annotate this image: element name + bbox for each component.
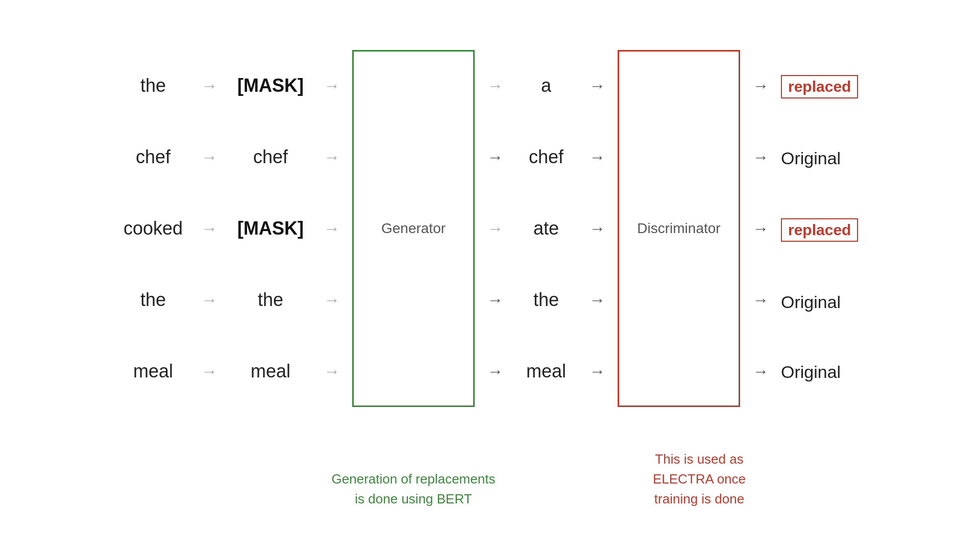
arrow-3-0: →: [487, 78, 503, 94]
arrow-4-3: →: [589, 292, 605, 308]
result-label-1: Original: [781, 148, 841, 168]
arrow-column-2: → → → → →: [311, 50, 352, 407]
main-diagram: the chef cooked the meal → → → → → [MASK…: [0, 0, 980, 559]
arrow-2-4: →: [324, 363, 340, 379]
arrow-column-3: → → → → →: [475, 50, 516, 407]
output-word-3: the: [533, 289, 559, 311]
diagram-inner: the chef cooked the meal → → → → → [MASK…: [117, 50, 863, 509]
arrow-column-5: → → → → →: [740, 50, 781, 407]
arrow-2-2: →: [324, 220, 340, 237]
arrow-4-1: →: [589, 149, 605, 165]
caption-generator: Generation of replacementsis done using …: [311, 469, 516, 509]
result-label-3: Original: [781, 292, 841, 312]
arrow-1-2: →: [201, 220, 217, 237]
discriminator-label: Discriminator: [637, 220, 720, 237]
arrow-3-2: →: [487, 220, 503, 237]
arrow-5-0: →: [752, 78, 769, 94]
arrow-5-1: →: [752, 149, 769, 165]
arrow-4-4: →: [589, 363, 605, 379]
labels-column: replaced Original replaced Original Orig…: [781, 50, 863, 407]
arrow-2-1: →: [324, 149, 340, 165]
result-label-0: replaced: [781, 75, 858, 98]
arrow-column-1: → → → → →: [189, 50, 230, 407]
caption-discriminator: This is used asELECTRA oncetraining is d…: [597, 449, 801, 509]
input-column: the chef cooked the meal: [117, 50, 189, 407]
arrow-4-2: →: [589, 220, 605, 237]
arrow-1-0: →: [201, 78, 217, 94]
masked-word-1: chef: [253, 146, 288, 168]
arrow-5-4: →: [752, 363, 769, 379]
arrow-3-3: →: [487, 292, 503, 308]
masked-word-2: [MASK]: [237, 218, 304, 239]
output-column: a chef ate the meal: [516, 50, 577, 407]
arrow-3-1: →: [487, 149, 503, 165]
arrow-1-4: →: [201, 363, 217, 379]
input-word-3: the: [140, 289, 166, 311]
generator-label: Generator: [381, 220, 446, 237]
input-word-1: chef: [136, 146, 170, 168]
masked-word-0: [MASK]: [237, 75, 304, 96]
output-word-2: ate: [533, 218, 559, 239]
arrow-5-2: →: [752, 220, 769, 237]
arrow-1-3: →: [201, 292, 217, 308]
arrow-column-4: → → → → →: [577, 50, 618, 407]
arrow-5-3: →: [752, 292, 769, 308]
generator-box: Generator: [352, 50, 475, 407]
result-label-2: replaced: [781, 218, 858, 242]
input-word-2: cooked: [124, 218, 183, 239]
arrow-2-3: →: [324, 292, 340, 308]
output-word-0: a: [541, 75, 551, 96]
result-label-4: Original: [781, 362, 841, 382]
input-word-4: meal: [133, 361, 173, 382]
output-word-1: chef: [529, 146, 564, 168]
masked-word-3: the: [258, 289, 283, 311]
masked-word-4: meal: [251, 361, 290, 382]
arrow-4-0: →: [589, 78, 605, 94]
output-word-4: meal: [526, 361, 566, 382]
arrow-2-0: →: [324, 78, 340, 94]
discriminator-box: Discriminator: [618, 50, 740, 407]
arrow-3-4: →: [487, 363, 503, 379]
arrow-1-1: →: [201, 149, 217, 165]
masked-column: [MASK] chef [MASK] the meal: [230, 50, 311, 407]
input-word-0: the: [140, 75, 166, 96]
